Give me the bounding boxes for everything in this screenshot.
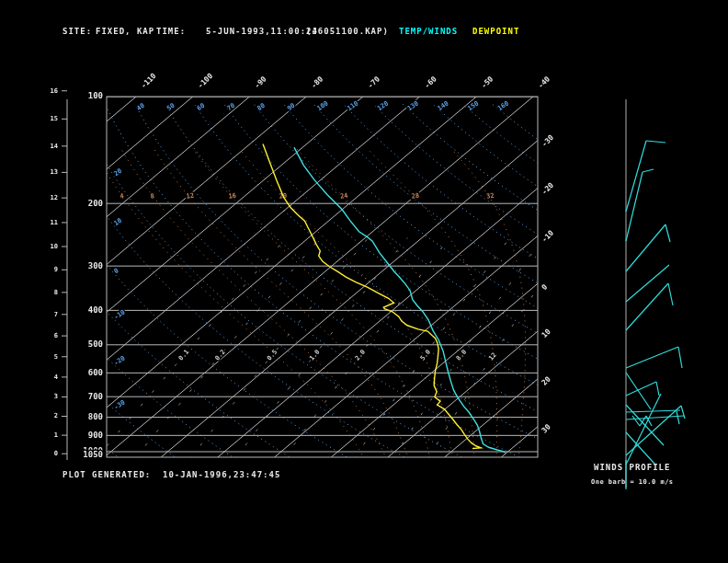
file-name: (J6051100.KAP) [306, 27, 389, 36]
winds-profile-title: WINDS PROFILE [594, 463, 670, 472]
site-label: SITE: [63, 27, 92, 36]
time-label: TIME: [156, 27, 186, 36]
plot-generated-value: 10-JAN-1996,23:47:45 [163, 470, 280, 479]
site-value: FIXED, KAP [96, 27, 154, 36]
plot-generated-label: PLOT GENERATED: [63, 470, 151, 479]
skewt-app-window: SITE: FIXED, KAP TIME: 5-JUN-1993,11:00:… [0, 0, 728, 563]
legend-dewpoint: DEWPOINT [472, 27, 519, 36]
legend-temp-winds: TEMP/WINDS [399, 27, 458, 36]
time-value: 5-JUN-1993,11:00:24 [206, 27, 318, 36]
winds-profile-caption: One barb = 10.0 m/s [591, 478, 674, 486]
